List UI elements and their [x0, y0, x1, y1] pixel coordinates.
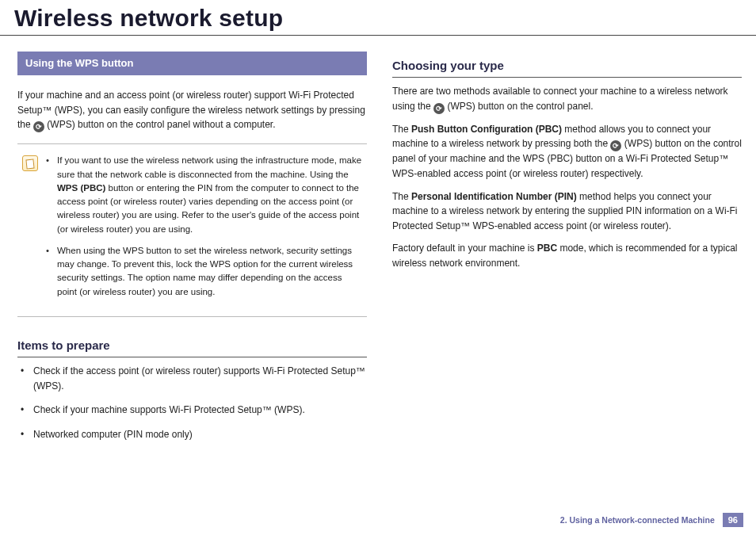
subhead-choosing: Choosing your type	[392, 56, 742, 78]
list-item: Check if your machine supports Wi-Fi Pro…	[21, 403, 367, 418]
list-item: Networked computer (PIN mode only)	[21, 427, 367, 442]
note-item: When using the WPS button to set the wir…	[46, 244, 362, 299]
intro-text-b: (WPS) button on the control panel withou…	[47, 119, 275, 130]
p4-a: Factory default in your machine is	[392, 243, 537, 254]
wps-icon: ⟳	[433, 103, 445, 114]
page-title: Wireless network setup	[0, 0, 756, 36]
list-item: Check if the access point (or wireless r…	[21, 364, 367, 393]
p1-b: (WPS) button on the control panel.	[447, 101, 593, 112]
p2-a: The	[392, 124, 411, 135]
note-list: If you want to use the wireless network …	[46, 154, 362, 307]
p4: Factory default in your machine is PBC m…	[392, 241, 742, 270]
p2-bold: Push Button Configuration (PBC)	[411, 124, 562, 135]
content-columns: Using the WPS button If your machine and…	[0, 36, 756, 451]
p3-bold: Personal Identification Number (PIN)	[411, 191, 577, 202]
page-number: 96	[723, 513, 743, 527]
left-column: Using the WPS button If your machine and…	[17, 52, 367, 451]
p3: The Personal Identification Number (PIN)…	[392, 189, 742, 234]
section-heading-wps: Using the WPS button	[17, 52, 367, 75]
p2: The Push Button Configuration (PBC) meth…	[392, 122, 742, 182]
note1-a: If you want to use the wireless network …	[57, 155, 361, 178]
subhead-items: Items to prepare	[17, 336, 367, 357]
page-footer: 2. Using a Network-connected Machine 96	[560, 513, 743, 527]
note1-bold: WPS (PBC)	[57, 183, 105, 193]
wps-icon: ⟳	[610, 140, 621, 151]
chapter-label: 2. Using a Network-connected Machine	[560, 515, 715, 525]
right-column: Choosing your type There are two methods…	[392, 52, 742, 451]
note-icon	[22, 155, 38, 171]
items-list: Check if the access point (or wireless r…	[21, 364, 367, 441]
p3-a: The	[392, 191, 411, 202]
note-box: If you want to use the wireless network …	[17, 143, 367, 317]
note-item: If you want to use the wireless network …	[46, 154, 362, 236]
wps-icon: ⟳	[33, 121, 44, 132]
p4-bold: PBC	[537, 243, 557, 254]
p1: There are two methods available to conne…	[392, 84, 742, 114]
intro-paragraph: If your machine and an access point (or …	[17, 88, 367, 132]
